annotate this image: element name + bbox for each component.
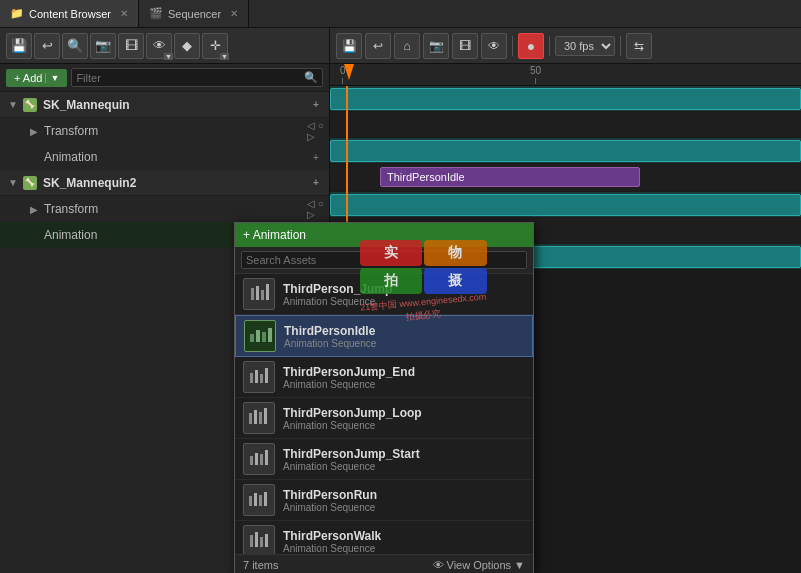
seq-separator-2	[549, 36, 550, 56]
tree-item-sk-mannequin[interactable]: ▼ 🦴 SK_Mannequin +	[0, 92, 329, 118]
seq-home-btn[interactable]: ⌂	[394, 33, 420, 59]
add-button[interactable]: + Add ▼	[6, 69, 67, 87]
dropdown-header-label: + Animation	[243, 228, 306, 242]
seq-record-btn[interactable]: ●	[518, 33, 544, 59]
tab-content-browser[interactable]: 📁 Content Browser ✕	[0, 0, 139, 27]
camera-button[interactable]: 📷	[90, 33, 116, 59]
dropdown-search-input[interactable]	[241, 251, 527, 269]
add-dropdown-arrow: ▼	[45, 73, 59, 83]
dropdown-item-0[interactable]: ThirdPerson_Jump Animation Sequence	[235, 274, 533, 315]
track-row-3	[330, 138, 801, 164]
tab-content-browser-close[interactable]: ✕	[120, 8, 128, 19]
animation-clip-idle[interactable]: ThirdPersonIdle	[380, 167, 640, 187]
save-button[interactable]: 💾	[6, 33, 32, 59]
search-button[interactable]: 🔍	[62, 33, 88, 59]
view-options-label: View Options	[447, 559, 512, 571]
key-btn-2[interactable]: ◁ ○ ▷	[307, 200, 325, 218]
eye-view-icon: 👁	[433, 559, 444, 571]
svg-rect-9	[255, 370, 258, 383]
dropdown-item-1[interactable]: ThirdPersonIdle Animation Sequence	[235, 315, 533, 357]
svg-rect-11	[265, 368, 268, 383]
view-options-button[interactable]: 👁 View Options ▼	[433, 559, 526, 571]
seq-separator-1	[512, 36, 513, 56]
item-count: 7 items	[243, 559, 278, 571]
transform-1-label: Transform	[44, 124, 307, 138]
anim-thumb-0	[243, 278, 275, 310]
add-track-btn-2[interactable]: +	[307, 174, 325, 192]
dropdown-item-5[interactable]: ThirdPersonRun Animation Sequence	[235, 480, 533, 521]
svg-rect-22	[259, 495, 262, 506]
film-button[interactable]: 🎞	[118, 33, 144, 59]
item-actions-5: ◁ ○ ▷	[307, 200, 325, 218]
svg-rect-5	[256, 330, 260, 342]
tree-item-transform-2[interactable]: ▶ Transform ◁ ○ ▷	[0, 196, 329, 222]
svg-rect-19	[265, 450, 268, 465]
dropdown-footer: 7 items 👁 View Options ▼	[235, 554, 533, 573]
seq-eye-btn[interactable]: 👁	[481, 33, 507, 59]
anim-type-0: Animation Sequence	[283, 296, 525, 307]
anim-type-1: Animation Sequence	[284, 338, 524, 349]
animation-1-label: Animation	[44, 150, 307, 164]
sk-mannequin-label: SK_Mannequin	[43, 98, 307, 112]
tab-sequencer-close[interactable]: ✕	[230, 8, 238, 19]
anim-thumb-3	[243, 402, 275, 434]
svg-rect-0	[251, 288, 254, 300]
svg-rect-15	[264, 408, 267, 424]
track-row-1	[330, 86, 801, 112]
svg-rect-25	[255, 532, 258, 547]
add-filter-bar: + Add ▼ 🔍	[0, 64, 329, 92]
tree-item-transform-1[interactable]: ▶ Transform ◁ ○ ▷	[0, 118, 329, 144]
time-ruler: 0 50	[330, 64, 801, 86]
dropdown-item-6[interactable]: ThirdPersonWalk Animation Sequence	[235, 521, 533, 554]
expand-arrow-4: ▼	[8, 177, 22, 188]
tree-item-animation-1[interactable]: Animation +	[0, 144, 329, 170]
expand-arrow-2: ▶	[30, 126, 44, 137]
add-anim-btn-1[interactable]: +	[307, 148, 325, 166]
anim-thumb-6	[243, 525, 275, 554]
undo-button[interactable]: ↩	[34, 33, 60, 59]
tab-content-browser-label: Content Browser	[29, 8, 111, 20]
svg-rect-23	[264, 492, 267, 506]
teal-clip-2	[330, 140, 801, 162]
seq-snap-btn[interactable]: ⇆	[626, 33, 652, 59]
svg-rect-27	[265, 534, 268, 547]
dropdown-header: + Animation	[235, 223, 533, 247]
fps-select[interactable]: 30 fps 24 fps 60 fps	[555, 36, 615, 56]
dropdown-item-3[interactable]: ThirdPersonJump_Loop Animation Sequence	[235, 398, 533, 439]
anim-name-5: ThirdPersonRun	[283, 488, 525, 502]
filter-input[interactable]	[76, 72, 304, 84]
track-row-animation: ThirdPersonIdle	[330, 164, 801, 192]
tree-item-sk-mannequin-2[interactable]: ▼ 🦴 SK_Mannequin2 +	[0, 170, 329, 196]
track-row-2	[330, 112, 801, 138]
teal-clip-3	[330, 194, 801, 216]
anim-thumb-4	[243, 443, 275, 475]
ruler-label-0: 0	[340, 65, 346, 76]
dropdown-item-2[interactable]: ThirdPersonJump_End Animation Sequence	[235, 357, 533, 398]
svg-rect-6	[262, 332, 266, 342]
cross-button[interactable]: ✛ ▼	[202, 33, 228, 59]
seq-film-btn[interactable]: 🎞	[452, 33, 478, 59]
content-browser-icon: 📁	[10, 7, 24, 21]
tab-sequencer-label: Sequencer	[168, 8, 221, 20]
filter-search-box[interactable]: 🔍	[71, 68, 323, 87]
sequencer-icon: 🎬	[149, 7, 163, 21]
teal-clip-1	[330, 88, 801, 110]
tab-sequencer[interactable]: 🎬 Sequencer ✕	[139, 0, 249, 27]
anim-info-5: ThirdPersonRun Animation Sequence	[283, 488, 525, 513]
seq-undo-btn[interactable]: ↩	[365, 33, 391, 59]
seq-separator-3	[620, 36, 621, 56]
eye-button[interactable]: 👁 ▼	[146, 33, 172, 59]
svg-rect-12	[249, 413, 252, 424]
add-track-btn-1[interactable]: +	[307, 96, 325, 114]
tab-bar: 📁 Content Browser ✕ 🎬 Sequencer ✕	[0, 0, 801, 28]
sequencer-toolbar: 💾 ↩ ⌂ 📷 🎞 👁 ● 30 fps 24 fps 60 fps ⇆	[330, 28, 801, 64]
svg-rect-10	[260, 374, 263, 383]
seq-save-btn[interactable]: 💾	[336, 33, 362, 59]
seq-camera-btn[interactable]: 📷	[423, 33, 449, 59]
skeleton-icon-1: 🦴	[22, 97, 38, 113]
animation-dropdown: + Animation ThirdPerson_Jump Animation S…	[234, 222, 534, 573]
diamond-button[interactable]: ◆	[174, 33, 200, 59]
dropdown-item-4[interactable]: ThirdPersonJump_Start Animation Sequence	[235, 439, 533, 480]
key-btn-1[interactable]: ◁ ○ ▷	[307, 122, 325, 140]
svg-rect-3	[266, 284, 269, 300]
